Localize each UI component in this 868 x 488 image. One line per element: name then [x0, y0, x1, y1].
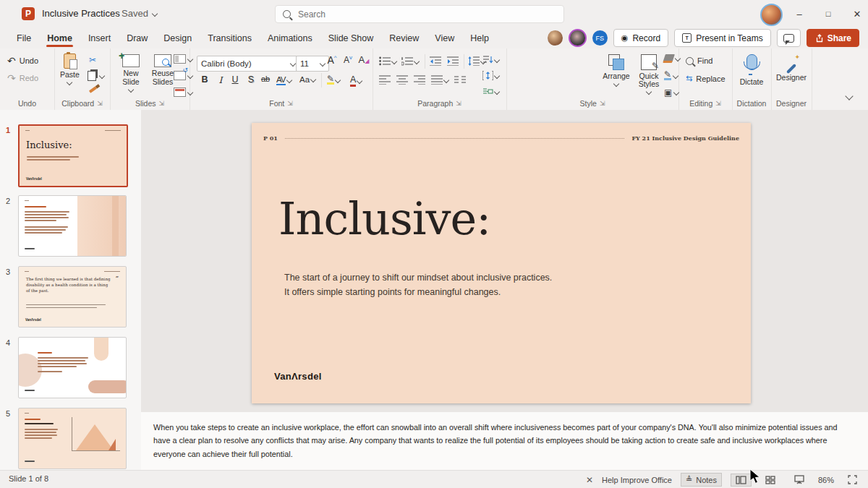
- dialog-launcher-icon[interactable]: ⇲: [715, 100, 721, 107]
- font-family-select[interactable]: Calibri (Body): [197, 56, 299, 72]
- fit-slide-button[interactable]: [843, 473, 862, 487]
- slide-thumbnail-5[interactable]: [18, 408, 127, 469]
- account-avatar[interactable]: [760, 4, 783, 26]
- align-text-button[interactable]: [482, 71, 499, 80]
- current-slide[interactable]: P 01 FY 21 Inclusive Design Guideline In…: [252, 123, 751, 403]
- strikethrough-button[interactable]: ab: [259, 74, 272, 83]
- justify-button[interactable]: [431, 75, 448, 85]
- tab-home[interactable]: Home: [39, 27, 80, 48]
- new-slide-button[interactable]: + New Slide: [116, 54, 146, 92]
- notes-pane[interactable]: When you take steps to create an inclusi…: [141, 412, 868, 470]
- minimize-button[interactable]: –: [785, 0, 814, 27]
- italic-button[interactable]: I: [214, 74, 227, 85]
- tab-review[interactable]: Review: [381, 27, 427, 48]
- dialog-launcher-icon[interactable]: ⇲: [600, 100, 605, 107]
- dialog-launcher-icon[interactable]: ⇲: [456, 100, 461, 107]
- close-button[interactable]: ✕: [843, 0, 868, 27]
- shape-outline-button[interactable]: ✎: [664, 71, 678, 80]
- highlight-color-button[interactable]: ✎: [327, 75, 340, 85]
- undo-button[interactable]: ↶ Undo: [7, 55, 38, 67]
- document-title[interactable]: Inclusive Practices: [42, 8, 120, 19]
- notes-text[interactable]: When you take steps to create an inclusi…: [153, 421, 849, 461]
- bullets-button[interactable]: [379, 56, 396, 66]
- share-button[interactable]: Share: [807, 29, 859, 47]
- presence-avatar-2[interactable]: [569, 29, 587, 47]
- slideshow-view-button[interactable]: [789, 473, 809, 487]
- text-direction-button[interactable]: [482, 55, 499, 64]
- copy-button[interactable]: [88, 71, 104, 81]
- shrink-font-button[interactable]: Av: [341, 54, 354, 65]
- convert-to-smartart-button[interactable]: [482, 87, 499, 96]
- columns-button[interactable]: [454, 75, 466, 85]
- search-input[interactable]: [297, 9, 516, 20]
- dismiss-help-icon[interactable]: ✕: [586, 475, 593, 485]
- slide-thumbnail-3[interactable]: The first thing we learned is that defin…: [18, 266, 127, 328]
- tab-help[interactable]: Help: [462, 27, 497, 48]
- slide-indicator: Slide 1 of 8: [9, 474, 48, 483]
- align-right-button[interactable]: [414, 75, 425, 85]
- paste-button[interactable]: Paste: [60, 53, 80, 85]
- font-color-button[interactable]: A: [350, 74, 362, 87]
- search-box[interactable]: [275, 5, 564, 23]
- bold-button[interactable]: B: [198, 74, 211, 85]
- skeleton-line: [25, 461, 35, 462]
- powerpoint-app-icon[interactable]: P: [22, 7, 35, 20]
- slide-sorter-view-button[interactable]: [760, 474, 780, 487]
- character-spacing-button[interactable]: AV: [276, 75, 292, 85]
- dialog-launcher-icon[interactable]: ⇲: [287, 100, 293, 107]
- collapse-ribbon-button[interactable]: [846, 93, 852, 99]
- quick-styles-button[interactable]: Quick Styles: [634, 54, 664, 94]
- help-improve-office-link[interactable]: Help Improve Office: [602, 476, 672, 484]
- arrange-button[interactable]: Arrange: [599, 54, 634, 86]
- slide-edition-label: FY 21 Inclusive Design Guideline: [631, 134, 739, 142]
- cut-button[interactable]: ✂: [89, 55, 96, 65]
- change-case-button[interactable]: Aa: [299, 75, 315, 84]
- tab-slide-show[interactable]: Slide Show: [320, 27, 382, 48]
- tab-animations[interactable]: Animations: [260, 27, 320, 48]
- presence-avatar-1[interactable]: [548, 30, 563, 46]
- clear-formatting-button[interactable]: A◢: [357, 54, 370, 65]
- numbering-button[interactable]: [401, 56, 419, 66]
- shape-fill-button[interactable]: [664, 54, 680, 63]
- notes-icon: ≜: [686, 475, 692, 484]
- text-shadow-button[interactable]: S: [244, 74, 258, 85]
- presence-avatar-initials[interactable]: FS: [592, 30, 608, 46]
- increase-indent-button[interactable]: [447, 56, 459, 66]
- decrease-indent-button[interactable]: [430, 56, 441, 66]
- tab-view[interactable]: View: [427, 27, 462, 48]
- notes-toggle-button[interactable]: ≜ Notes: [681, 473, 722, 487]
- font-size-select[interactable]: 11: [296, 56, 329, 72]
- tab-design[interactable]: Design: [156, 27, 200, 48]
- present-in-teams-button[interactable]: T Present in Teams: [674, 29, 771, 47]
- redo-button[interactable]: ↷ Redo: [7, 72, 38, 84]
- normal-view-button[interactable]: [731, 474, 752, 487]
- tab-transitions[interactable]: Transitions: [200, 27, 260, 48]
- dialog-launcher-icon[interactable]: ⇲: [97, 100, 103, 107]
- save-status[interactable]: Saved: [122, 8, 157, 19]
- format-painter-button[interactable]: [89, 88, 97, 91]
- zoom-level[interactable]: 86%: [818, 476, 834, 484]
- underline-button[interactable]: U: [229, 74, 242, 85]
- dialog-launcher-icon[interactable]: ⇲: [159, 100, 165, 107]
- tab-draw[interactable]: Draw: [119, 27, 156, 48]
- record-button[interactable]: ◉ Record: [613, 29, 668, 47]
- comments-button[interactable]: [777, 29, 801, 47]
- replace-button[interactable]: ⇆ Replace: [686, 74, 726, 83]
- slide-thumbnail-2[interactable]: [18, 195, 127, 257]
- grow-font-button[interactable]: A^: [326, 54, 339, 66]
- dictate-button[interactable]: Dictate: [737, 54, 766, 86]
- tab-insert[interactable]: Insert: [80, 27, 119, 48]
- designer-button[interactable]: Designer: [775, 56, 808, 82]
- slide-thumbnail-1[interactable]: Inclusive: VanΛrsdel: [18, 124, 128, 187]
- slide-title[interactable]: Inclusive:: [278, 192, 490, 245]
- tab-file[interactable]: File: [9, 27, 39, 48]
- maximize-button[interactable]: □: [814, 0, 843, 27]
- slide-body-text[interactable]: The start of a journey to shift our mind…: [284, 270, 552, 299]
- quote-mark: ”: [115, 275, 119, 283]
- find-button[interactable]: Find: [686, 56, 712, 65]
- align-center-button[interactable]: [396, 75, 408, 85]
- shape-effects-button[interactable]: ▣: [664, 87, 678, 98]
- slide-thumbnail-4[interactable]: [18, 337, 127, 398]
- chevron-down-icon: [290, 61, 296, 67]
- align-left-button[interactable]: [379, 75, 391, 85]
